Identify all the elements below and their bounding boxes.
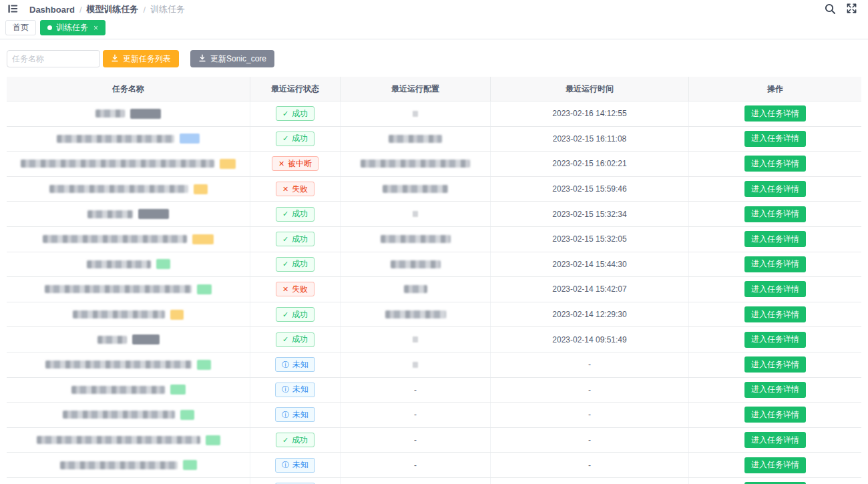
status-cell: ⓘ 未知 bbox=[250, 478, 341, 484]
task-name-redacted bbox=[73, 310, 165, 318]
config-cell bbox=[341, 202, 491, 226]
update-task-list-button[interactable]: 更新任务列表 bbox=[103, 50, 179, 67]
config-cell bbox=[341, 352, 491, 377]
enter-task-detail-button[interactable]: 进入任务详情 bbox=[744, 181, 806, 197]
status-badge: ✕ 失败 bbox=[276, 182, 314, 196]
task-name-redacted bbox=[87, 260, 151, 268]
status-icon: ✓ bbox=[282, 336, 288, 343]
task-name-cell bbox=[7, 403, 250, 427]
enter-task-detail-button[interactable]: 进入任务详情 bbox=[744, 356, 806, 373]
task-name-redacted bbox=[87, 210, 133, 218]
table-row: ⓘ 未知 - - 进入任务详情 bbox=[7, 453, 861, 478]
status-label: 成功 bbox=[292, 309, 308, 320]
run-time: 2023-02-14 15:42:07 bbox=[552, 284, 626, 294]
search-button[interactable] bbox=[823, 2, 837, 17]
table-row: ✓ 成功 2023-02-15 15:32:05 进入任务详情 bbox=[7, 227, 861, 252]
status-label: 失败 bbox=[292, 184, 308, 195]
action-cell: 进入任务详情 bbox=[689, 127, 861, 152]
action-cell: 进入任务详情 bbox=[689, 277, 861, 302]
status-cell: ⓘ 未知 bbox=[250, 403, 341, 427]
breadcrumb-separator: / bbox=[144, 5, 146, 15]
breadcrumb-dashboard[interactable]: Dashboard bbox=[29, 5, 75, 15]
task-tag bbox=[180, 134, 200, 144]
task-name-cell bbox=[7, 252, 250, 277]
task-name-cell bbox=[7, 428, 250, 453]
sidebar-fold-button[interactable] bbox=[5, 2, 20, 17]
status-icon: ✓ bbox=[282, 311, 288, 318]
task-tag bbox=[183, 460, 197, 470]
run-time: 2023-02-14 09:51:49 bbox=[552, 335, 626, 344]
status-label: 成功 bbox=[292, 208, 308, 220]
enter-task-detail-button[interactable]: 进入任务详情 bbox=[744, 206, 806, 222]
enter-task-detail-button[interactable]: 进入任务详情 bbox=[744, 281, 806, 297]
task-tag bbox=[197, 360, 211, 370]
task-name-redacted bbox=[63, 411, 175, 419]
breadcrumb-model-training[interactable]: 模型训练任务 bbox=[87, 3, 139, 15]
status-icon: ⓘ bbox=[282, 361, 289, 369]
status-label: 被中断 bbox=[288, 158, 312, 170]
tab-training-tasks[interactable]: 训练任务 × bbox=[40, 20, 105, 35]
task-name-input[interactable] bbox=[7, 50, 100, 67]
action-cell: 进入任务详情 bbox=[689, 302, 861, 327]
task-name-cell bbox=[7, 152, 250, 176]
status-badge: ⓘ 未知 bbox=[275, 458, 315, 473]
status-cell: ⓘ 未知 bbox=[250, 352, 341, 377]
config-cell: - bbox=[341, 403, 491, 427]
config-redacted bbox=[404, 285, 427, 293]
action-cell: 进入任务详情 bbox=[689, 428, 861, 453]
status-label: 成功 bbox=[292, 334, 308, 345]
task-tag bbox=[194, 184, 208, 194]
enter-task-detail-button[interactable]: 进入任务详情 bbox=[744, 231, 806, 247]
config-redacted bbox=[413, 336, 418, 342]
time-cell: - bbox=[491, 428, 689, 453]
table-body: ✓ 成功 2023-02-16 14:12:55 进入任务详情 ✓ 成功 bbox=[7, 101, 861, 484]
status-label: 未知 bbox=[292, 459, 308, 471]
table-row: ✓ 成功 2023-02-15 15:32:34 进入任务详情 bbox=[7, 202, 861, 227]
config-redacted bbox=[381, 235, 451, 243]
enter-task-detail-button[interactable]: 进入任务详情 bbox=[744, 432, 806, 448]
tab-home[interactable]: 首页 bbox=[5, 20, 36, 35]
status-label: 未知 bbox=[292, 384, 308, 395]
task-name-redacted bbox=[95, 109, 125, 117]
status-cell: ✕ 被中断 bbox=[250, 152, 341, 176]
config-cell: - bbox=[341, 428, 491, 453]
enter-task-detail-button[interactable]: 进入任务详情 bbox=[744, 256, 806, 272]
update-sonic-core-button[interactable]: 更新Sonic_core bbox=[190, 50, 274, 67]
enter-task-detail-button[interactable]: 进入任务详情 bbox=[744, 131, 806, 147]
enter-task-detail-button[interactable]: 进入任务详情 bbox=[744, 105, 806, 122]
enter-task-detail-button[interactable]: 进入任务详情 bbox=[744, 332, 806, 348]
enter-task-detail-button[interactable]: 进入任务详情 bbox=[744, 306, 806, 322]
run-time: 2023-02-15 16:02:21 bbox=[552, 159, 626, 168]
column-header-actions: 操作 bbox=[689, 77, 861, 101]
status-icon: ⓘ bbox=[282, 386, 289, 393]
time-cell: 2023-02-16 14:12:55 bbox=[491, 101, 689, 126]
table-row: ✕ 失败 2023-02-15 15:59:46 进入任务详情 bbox=[7, 177, 861, 202]
status-badge: ✓ 成功 bbox=[276, 332, 314, 347]
status-badge: ✓ 成功 bbox=[276, 433, 314, 447]
run-time: 2023-02-15 15:32:34 bbox=[552, 210, 626, 219]
time-cell: 2023-02-15 15:32:34 bbox=[491, 202, 689, 226]
config-redacted bbox=[361, 160, 470, 168]
tab-close-icon[interactable]: × bbox=[93, 23, 98, 33]
enter-task-detail-button[interactable]: 进入任务详情 bbox=[744, 457, 806, 473]
config-redacted bbox=[389, 135, 442, 143]
config-redacted bbox=[413, 111, 418, 117]
update-sonic-core-label: 更新Sonic_core bbox=[210, 53, 266, 65]
task-name-redacted bbox=[60, 461, 178, 469]
config-redacted bbox=[391, 260, 441, 268]
status-cell: ✕ 失败 bbox=[250, 277, 341, 302]
config-cell bbox=[341, 152, 491, 176]
table-row: ✓ 成功 2023-02-14 15:44:30 进入任务详情 bbox=[7, 252, 861, 278]
run-time: 2023-02-14 12:29:30 bbox=[552, 310, 626, 319]
status-label: 未知 bbox=[292, 409, 308, 421]
config-cell bbox=[341, 277, 491, 302]
fullscreen-button[interactable] bbox=[844, 2, 859, 17]
run-time: 2023-02-15 16:11:08 bbox=[553, 134, 627, 144]
status-badge: ✕ 被中断 bbox=[272, 156, 318, 171]
task-name-redacted bbox=[57, 135, 174, 143]
enter-task-detail-button[interactable]: 进入任务详情 bbox=[744, 156, 806, 172]
enter-task-detail-button[interactable]: 进入任务详情 bbox=[744, 407, 806, 423]
status-cell: ⓘ 未知 bbox=[250, 378, 341, 403]
enter-task-detail-button[interactable]: 进入任务详情 bbox=[744, 382, 806, 398]
update-task-list-label: 更新任务列表 bbox=[123, 53, 171, 65]
